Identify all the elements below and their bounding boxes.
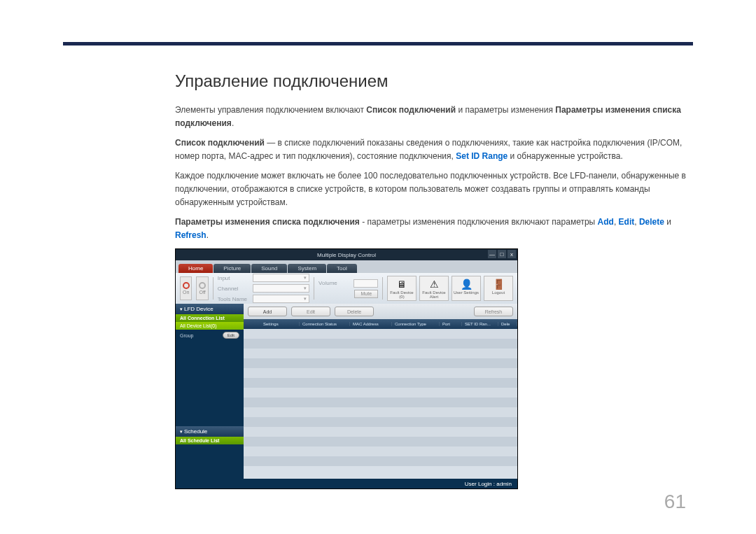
input-label: Input	[218, 275, 250, 281]
fault-alert-icon: ⚠	[426, 278, 442, 290]
icon-label: Fault Device Alert	[421, 290, 447, 299]
power-on-icon	[183, 282, 190, 289]
text: .	[206, 230, 209, 240]
fault-device-button[interactable]: 🖥 Fault Device (0)	[387, 276, 416, 301]
table-row	[244, 456, 517, 466]
paragraph-1: Элементы управления подключением включаю…	[175, 104, 693, 129]
icon-label: User Settings	[454, 290, 479, 295]
col-set-id-range[interactable]: SET ID Ran...	[462, 322, 498, 326]
volume-label: Volume	[318, 280, 351, 286]
main-tabs: Home Picture Sound System Tool	[176, 260, 517, 273]
maximize-button[interactable]: □	[498, 250, 506, 258]
text: ,	[634, 217, 639, 227]
col-port[interactable]: Port	[440, 322, 462, 326]
delete-button[interactable]: Delete	[335, 307, 374, 316]
group-edit-button[interactable]: Edit	[223, 332, 239, 339]
mute-button[interactable]: Mute	[354, 290, 378, 298]
logout-button[interactable]: 🚪 Logout	[484, 276, 513, 301]
tab-home[interactable]: Home	[178, 264, 213, 273]
col-mac-address[interactable]: MAC Address	[350, 322, 392, 326]
user-settings-button[interactable]: 👤 User Settings	[451, 276, 481, 301]
channel-select[interactable]: ▾	[253, 284, 310, 293]
paragraph-4: Параметры изменения списка подключения -…	[175, 216, 693, 241]
text: .	[232, 118, 234, 128]
sidebar-item-all-connection[interactable]: All Connection List	[176, 314, 244, 322]
table-row	[244, 427, 517, 437]
edit-button[interactable]: Edit	[291, 307, 330, 316]
toolbar: On Off Input ▾ Channel ▾ Tools Name ▾	[176, 273, 517, 304]
add-button[interactable]: Add	[248, 307, 287, 316]
tab-system[interactable]: System	[288, 264, 326, 273]
logout-icon: 🚪	[490, 278, 507, 290]
text-bold: Список подключений	[366, 105, 456, 115]
tab-tool[interactable]: Tool	[327, 264, 357, 273]
separator	[314, 277, 314, 300]
paragraph-2: Список подключений — в списке подключени…	[175, 136, 693, 162]
sidebar-section-schedule[interactable]: Schedule	[176, 426, 244, 437]
table-row	[244, 339, 517, 349]
page-content: Управление подключением Элементы управле…	[175, 71, 693, 489]
grid-area: Add Edit Delete Refresh Settings Connect…	[244, 304, 517, 479]
refresh-button[interactable]: Refresh	[474, 307, 513, 316]
tools-label: Tools Name	[218, 296, 250, 302]
table-row	[244, 349, 517, 358]
text-bold: Список подключений	[175, 138, 265, 148]
table-row	[244, 437, 517, 447]
col-connection-status[interactable]: Connection Status	[300, 322, 350, 326]
status-login: User Login : admin	[465, 481, 512, 487]
power-off-button[interactable]: Off	[196, 276, 208, 300]
sidebar-item-group: Group Edit	[176, 330, 244, 341]
highlight-set-id-range: Set ID Range	[456, 151, 507, 161]
volume-field[interactable]	[354, 279, 378, 288]
icon-label: Fault Device (0)	[388, 290, 415, 299]
fault-alert-button[interactable]: ⚠ Fault Device Alert	[419, 276, 449, 301]
toolbar-right-icons: 🖥 Fault Device (0) ⚠ Fault Device Alert …	[387, 276, 513, 301]
sidebar-item-all-device[interactable]: All Device List(0)	[176, 322, 244, 330]
power-on-button[interactable]: On	[180, 276, 192, 300]
table-row	[244, 358, 517, 368]
user-settings-icon: 👤	[458, 278, 475, 290]
text: Элементы управления подключением включаю…	[175, 105, 366, 115]
grid-body	[244, 329, 517, 479]
chevron-down-icon: ▾	[304, 296, 307, 302]
sidebar-section-lfd[interactable]: LFD Device	[176, 304, 244, 314]
text: и	[664, 217, 671, 227]
fault-device-icon: 🖥	[393, 278, 410, 290]
page-number: 61	[664, 491, 686, 513]
text: и параметры изменения	[456, 105, 555, 115]
table-row	[244, 417, 517, 427]
status-bar: User Login : admin	[176, 479, 517, 489]
table-row	[244, 378, 517, 388]
tab-picture[interactable]: Picture	[214, 264, 251, 273]
highlight-edit: Edit	[619, 217, 635, 227]
highlight-add: Add	[598, 217, 614, 227]
table-row	[244, 388, 517, 398]
sidebar: LFD Device All Connection List All Devic…	[176, 304, 244, 479]
tools-select[interactable]: ▾	[253, 295, 310, 303]
window-titlebar: Multiple Display Control — □ x	[176, 249, 517, 260]
col-connection-type[interactable]: Connection Type	[392, 322, 440, 326]
minimize-button[interactable]: —	[488, 250, 496, 258]
grid-header: Settings Connection Status MAC Address C…	[244, 319, 517, 329]
power-on-label: On	[183, 290, 189, 295]
icon-label: Logout	[492, 290, 505, 295]
window-title: Multiple Display Control	[317, 252, 376, 258]
header-rule	[63, 42, 693, 45]
text: и обнаруженные устройства.	[507, 151, 623, 161]
input-select[interactable]: ▾	[253, 274, 310, 282]
table-row	[244, 368, 517, 378]
text: - параметры изменения подключения включа…	[360, 217, 598, 227]
col-delete[interactable]: Dele	[498, 322, 517, 326]
sidebar-item-all-schedule[interactable]: All Schedule List	[176, 437, 244, 444]
group-label: Group	[180, 333, 193, 338]
tab-sound[interactable]: Sound	[251, 264, 287, 273]
separator	[213, 277, 214, 300]
close-button[interactable]: x	[507, 250, 516, 258]
channel-label: Channel	[218, 286, 250, 292]
chevron-down-icon: ▾	[304, 275, 307, 281]
table-row	[244, 447, 517, 456]
table-row	[244, 407, 517, 417]
page-title: Управление подключением	[175, 71, 693, 91]
col-settings[interactable]: Settings	[260, 322, 300, 326]
app-screenshot: Multiple Display Control — □ x Home Pict…	[175, 248, 518, 489]
